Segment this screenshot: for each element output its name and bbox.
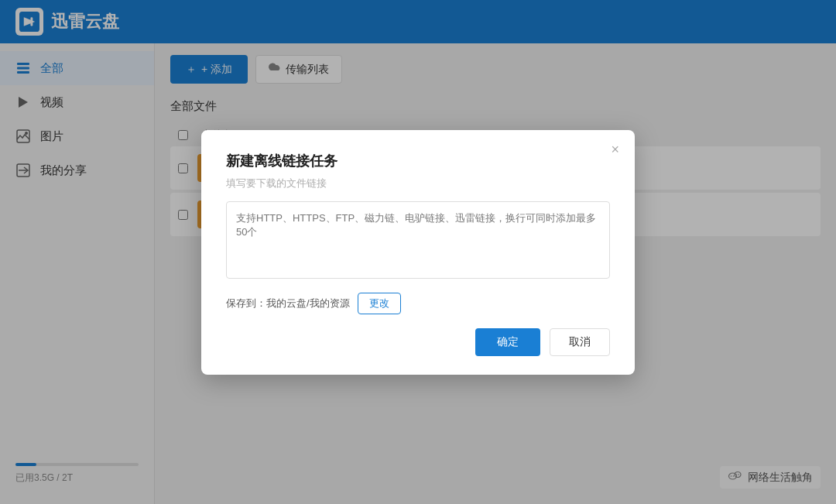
save-to-label: 保存到：我的云盘/我的资源	[226, 297, 350, 310]
cancel-button[interactable]: 取消	[550, 328, 610, 356]
dialog-actions: 确定 取消	[226, 328, 610, 356]
modal-overlay: × 新建离线链接任务 填写要下载的文件链接 保存到：我的云盘/我的资源 更改 确…	[0, 0, 836, 504]
link-input[interactable]	[226, 201, 610, 279]
offline-link-dialog: × 新建离线链接任务 填写要下载的文件链接 保存到：我的云盘/我的资源 更改 确…	[201, 130, 635, 375]
dialog-save-row: 保存到：我的云盘/我的资源 更改	[226, 293, 610, 314]
dialog-close-button[interactable]: ×	[611, 142, 619, 156]
dialog-subtitle: 填写要下载的文件链接	[226, 177, 610, 190]
confirm-button[interactable]: 确定	[475, 328, 540, 356]
dialog-title: 新建离线链接任务	[226, 152, 610, 170]
change-path-button[interactable]: 更改	[358, 293, 401, 314]
